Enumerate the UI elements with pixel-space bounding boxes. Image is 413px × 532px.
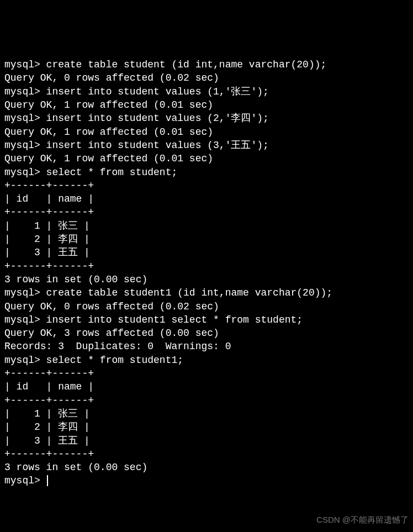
result-line: Query OK, 3 rows affected (0.00 sec) [4,326,409,340]
terminal-output[interactable]: mysql> create table student (id int,name… [4,58,409,488]
command-line: mysql> select * from student; [4,166,409,179]
watermark-text: CSDN @不能再留遗憾了 [316,514,409,525]
command-line: mysql> create table student1 (id int,nam… [4,286,409,299]
table-row: | 1 | 张三 | [4,219,409,233]
table-row: | 3 | 王五 | [4,246,409,259]
cursor-icon [47,475,48,486]
command-line: mysql> select * from student1; [4,354,409,367]
table-border: +------+------+ [4,179,409,192]
table-header: | id | name | [4,380,409,393]
result-line: Records: 3 Duplicates: 0 Warnings: 0 [4,340,409,353]
result-line: 3 rows in set (0.00 sec) [4,461,409,474]
table-row: | 3 | 王五 | [4,434,409,447]
result-line: Query OK, 0 rows affected (0.02 sec) [4,300,409,313]
prompt-line[interactable]: mysql> [4,474,409,487]
result-line: 3 rows in set (0.00 sec) [4,273,409,286]
command-line: mysql> insert into student values (3,'王五… [4,139,409,152]
table-header: | id | name | [4,192,409,206]
table-row: | 1 | 张三 | [4,407,409,420]
table-border: +------+------+ [4,206,409,219]
table-border: +------+------+ [4,260,409,273]
result-line: Query OK, 1 row affected (0.01 sec) [4,125,409,139]
result-line: Query OK, 0 rows affected (0.02 sec) [4,71,409,85]
table-border: +------+------+ [4,447,409,461]
result-line: Query OK, 1 row affected (0.01 sec) [4,152,409,165]
command-line: mysql> insert into student values (2,'李四… [4,112,409,125]
command-line: mysql> insert into student values (1,'张三… [4,85,409,98]
table-border: +------+------+ [4,394,409,407]
table-row: | 2 | 李四 | [4,420,409,434]
command-line: mysql> create table student (id int,name… [4,58,409,71]
table-border: +------+------+ [4,367,409,380]
mysql-prompt: mysql> [4,475,46,486]
table-row: | 2 | 李四 | [4,233,409,246]
result-line: Query OK, 1 row affected (0.01 sec) [4,98,409,112]
command-line: mysql> insert into student1 select * fro… [4,313,409,326]
